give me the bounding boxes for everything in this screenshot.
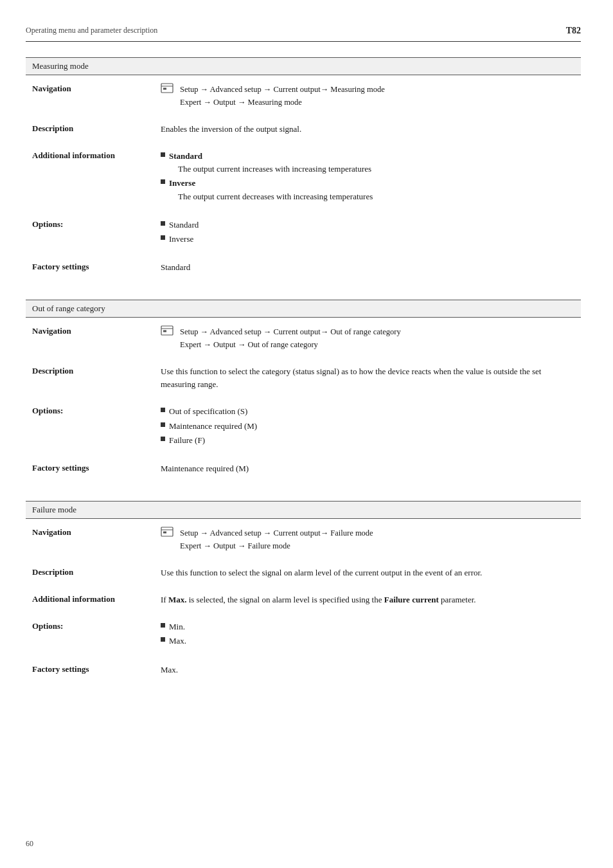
- row-factory-1: Factory settings Standard: [26, 253, 581, 280]
- list-item: Failure (F): [161, 434, 574, 447]
- row-options-2: Options: Out of specification (S) Mainte…: [26, 397, 581, 454]
- bullet-icon: [161, 152, 165, 157]
- row-navigation-2: Navigation Setup → Advanced setup → Curr…: [26, 318, 581, 357]
- addinfo-content-3: If Max. is selected, the signal on alarm…: [161, 593, 574, 606]
- nav-icon-1: [161, 83, 175, 93]
- nav-text-2: Setup → Advanced setup → Current output→…: [180, 325, 401, 351]
- row-description-1: Description Enables the inversion of the…: [26, 115, 581, 142]
- label-options-3: Options:: [32, 620, 161, 631]
- section-body-out-of-range: Navigation Setup → Advanced setup → Curr…: [26, 318, 581, 482]
- bullet-icon: [161, 623, 165, 628]
- addinfo-list-1: Standard The output current increases wi…: [161, 150, 574, 203]
- options-content-3: Min. Max.: [161, 620, 574, 649]
- list-item: Inverse: [161, 233, 574, 246]
- factory-content-3: Max.: [161, 664, 574, 676]
- nav-content-1: Setup → Advanced setup → Current output→…: [161, 83, 574, 109]
- label-options-2: Options:: [32, 405, 161, 416]
- list-item: Min.: [161, 620, 574, 633]
- desc-content-3: Use this function to select the signal o…: [161, 566, 574, 579]
- page-number: 60: [26, 839, 33, 849]
- list-item: Maintenance required (M): [161, 420, 574, 433]
- row-description-3: Description Use this function to select …: [26, 559, 581, 586]
- section-header-out-of-range: Out of range category: [26, 300, 581, 318]
- bullet-icon: [161, 179, 165, 184]
- nav-text-1: Setup → Advanced setup → Current output→…: [180, 83, 385, 109]
- label-factory-2: Factory settings: [32, 462, 161, 473]
- section-body-failure-mode: Navigation Setup → Advanced setup → Curr…: [26, 519, 581, 683]
- options-list-1: Standard Inverse: [161, 219, 574, 246]
- list-item: Out of specification (S): [161, 405, 574, 418]
- factory-content-2: Maintenance required (M): [161, 462, 574, 475]
- section-body-measuring-mode: Navigation Setup → Advanced setup → Curr…: [26, 75, 581, 280]
- label-description-3: Description: [32, 566, 161, 577]
- label-factory-1: Factory settings: [32, 261, 161, 272]
- label-navigation-1: Navigation: [32, 83, 161, 94]
- row-addinfo-3: Additional information If Max. is select…: [26, 586, 581, 613]
- list-item: Standard: [161, 219, 574, 231]
- section-failure-mode: Failure mode Navigation: [26, 501, 581, 683]
- row-options-1: Options: Standard Inverse: [26, 211, 581, 253]
- bullet-icon: [161, 437, 165, 441]
- header-title: Operating menu and parameter description: [26, 26, 157, 35]
- svg-rect-0: [161, 84, 173, 93]
- svg-rect-8: [163, 531, 166, 533]
- bullet-icon: [161, 235, 165, 240]
- addinfo-content-1: Standard The output current increases wi…: [161, 150, 574, 204]
- label-addinfo-3: Additional information: [32, 593, 161, 604]
- nav-icon-2: [161, 325, 175, 336]
- label-options-1: Options:: [32, 219, 161, 230]
- svg-rect-5: [163, 330, 166, 332]
- nav-text-3: Setup → Advanced setup → Current output→…: [180, 527, 373, 552]
- label-description-2: Description: [32, 365, 161, 376]
- row-factory-3: Factory settings Max.: [26, 656, 581, 683]
- list-item: Max.: [161, 635, 574, 647]
- label-navigation-3: Navigation: [32, 527, 161, 538]
- row-navigation-1: Navigation Setup → Advanced setup → Curr…: [26, 75, 581, 115]
- section-header-failure-mode: Failure mode: [26, 501, 581, 519]
- svg-rect-6: [161, 527, 173, 536]
- svg-rect-2: [163, 88, 166, 90]
- nav-content-3: Setup → Advanced setup → Current output→…: [161, 527, 574, 552]
- nav-icon-3: [161, 527, 175, 537]
- bullet-icon: [161, 221, 165, 226]
- section-header-measuring-mode: Measuring mode: [26, 57, 581, 75]
- page: Operating menu and parameter description…: [0, 0, 613, 868]
- page-header: Operating menu and parameter description…: [26, 26, 581, 42]
- options-list-3: Min. Max.: [161, 620, 574, 647]
- factory-content-1: Standard: [161, 261, 574, 274]
- svg-rect-3: [161, 326, 173, 335]
- row-options-3: Options: Min. Max.: [26, 613, 581, 655]
- label-description-1: Description: [32, 123, 161, 134]
- section-measuring-mode: Measuring mode Navigation: [26, 57, 581, 280]
- options-content-1: Standard Inverse: [161, 219, 574, 247]
- desc-content-2: Use this function to select the category…: [161, 365, 574, 391]
- label-navigation-2: Navigation: [32, 325, 161, 336]
- options-content-2: Out of specification (S) Maintenance req…: [161, 405, 574, 448]
- options-list-2: Out of specification (S) Maintenance req…: [161, 405, 574, 446]
- nav-content-2: Setup → Advanced setup → Current output→…: [161, 325, 574, 351]
- list-item: Inverse The output current decreases wit…: [161, 177, 574, 203]
- row-description-2: Description Use this function to select …: [26, 357, 581, 397]
- section-out-of-range: Out of range category Navigation: [26, 300, 581, 482]
- bullet-icon: [161, 637, 165, 642]
- bullet-icon: [161, 422, 165, 427]
- list-item: Standard The output current increases wi…: [161, 150, 574, 176]
- row-navigation-3: Navigation Setup → Advanced setup → Curr…: [26, 519, 581, 559]
- label-factory-3: Factory settings: [32, 664, 161, 674]
- row-factory-2: Factory settings Maintenance required (M…: [26, 455, 581, 482]
- bullet-icon: [161, 408, 165, 412]
- desc-content-1: Enables the inversion of the output sign…: [161, 123, 574, 136]
- row-addinfo-1: Additional information Standard The outp…: [26, 142, 581, 211]
- header-page-code: T82: [566, 26, 581, 36]
- label-addinfo-1: Additional information: [32, 150, 161, 161]
